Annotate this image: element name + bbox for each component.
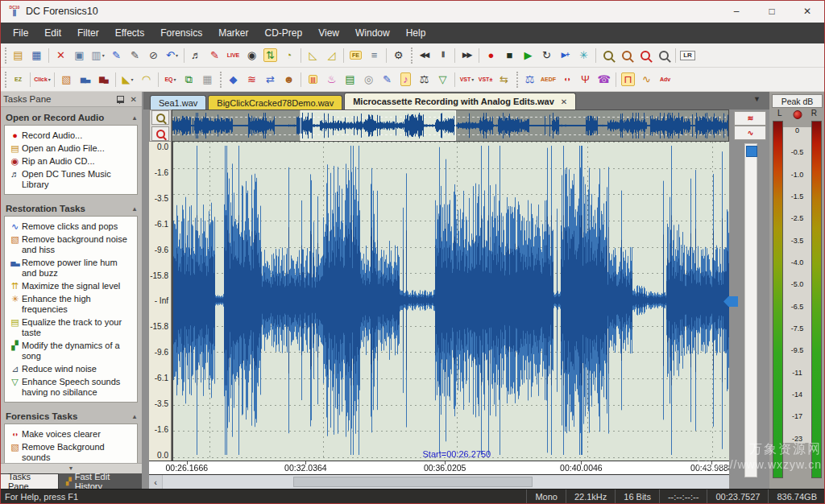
overview-canvas[interactable]	[172, 110, 728, 141]
ez-mode-icon[interactable]: EZ	[9, 70, 27, 89]
disc-icon[interactable]: ◉	[243, 46, 261, 65]
tab-close-icon[interactable]: ✕	[561, 97, 567, 106]
settings-gear-icon[interactable]: ⚙	[389, 46, 408, 65]
record-brush-icon[interactable]: ✎	[205, 46, 224, 65]
save-icon[interactable]: ▦	[27, 46, 46, 65]
fast-edit-icon[interactable]: FE	[346, 46, 365, 65]
diamond-filter-icon[interactable]: ◆	[224, 70, 243, 89]
task-remove-bg-sounds[interactable]: ▧Remove Background sounds	[6, 440, 135, 464]
zoom-in-icon[interactable]	[599, 46, 617, 65]
advanced-label[interactable]: Adv	[656, 70, 674, 89]
fade-in-icon[interactable]: ◺	[304, 46, 322, 65]
paste-icon[interactable]: ▥▾	[89, 46, 107, 65]
curve-icon[interactable]: ◠	[137, 70, 155, 89]
vst-manage-icon[interactable]: VST±	[476, 70, 495, 89]
task-wind-noise[interactable]: ⊿Reduce wind noise	[6, 362, 135, 375]
task-enhance-speech[interactable]: ▽Enhance Speech sounds having no sibilan…	[6, 375, 135, 399]
pane-close-icon[interactable]: ✕	[131, 95, 137, 104]
vertical-scrollbar[interactable]	[744, 143, 757, 477]
phone-icon[interactable]: ☎	[595, 70, 613, 89]
section-header-forensics[interactable]: Forensics Tasks ▴	[4, 410, 138, 423]
task-open-audio-file[interactable]: ▤Open an Audio File...	[6, 142, 135, 155]
section-header-open-record[interactable]: Open or Record Audio ▴	[4, 111, 138, 125]
zoom-selection-icon[interactable]	[617, 46, 636, 65]
zoom-vertical-icon[interactable]	[636, 46, 654, 65]
overview-zoom-in-button[interactable]	[151, 110, 169, 125]
pane-tab-tasks[interactable]: Tasks Pane	[0, 473, 59, 489]
pane-tab-fast-edit[interactable]: ▞Fast Edit History	[59, 473, 142, 489]
close-button[interactable]: ✕	[790, 0, 825, 23]
swap-channels-icon[interactable]: ⇄	[261, 70, 280, 89]
tab-sea1[interactable]: Sea1.wav	[150, 95, 206, 109]
record-icon[interactable]: ●	[482, 46, 500, 65]
section-header-restoration[interactable]: Restoration Tasks ▴	[4, 202, 138, 216]
picture-frame-icon[interactable]: ▤	[341, 70, 359, 89]
eq-icon[interactable]: EQ▾	[161, 70, 180, 89]
timer-icon[interactable]: ◔	[280, 46, 298, 65]
sparkle-brush-icon[interactable]: ✳	[574, 46, 593, 65]
scratch-filter-icon[interactable]: ≋	[243, 70, 261, 89]
forensics-scale-icon[interactable]: ⚖	[520, 70, 539, 89]
delete-icon[interactable]: ✕	[52, 46, 70, 65]
lr-channels-button[interactable]: LR	[678, 46, 697, 65]
task-rip-audio-cd[interactable]: ◉Rip an Audio CD...	[6, 155, 135, 167]
cd-icon[interactable]: ◎	[359, 70, 378, 89]
pulse-icon[interactable]: ⊓	[619, 70, 637, 89]
aedf-icon[interactable]: AEDF	[539, 70, 558, 89]
pin-icon[interactable]	[117, 96, 124, 103]
open-file-icon[interactable]: ▤	[9, 46, 27, 65]
minimize-button[interactable]: –	[719, 0, 754, 23]
maximize-button[interactable]: □	[754, 0, 790, 23]
undo-icon[interactable]: ↶▾	[163, 46, 181, 65]
menu-forensics[interactable]: Forensics	[152, 23, 210, 43]
marker-lines-button[interactable]: ≋	[734, 111, 766, 126]
hscroll-track[interactable]	[163, 475, 729, 489]
menu-file[interactable]: File	[5, 23, 36, 43]
copy-icon[interactable]: ▣	[70, 46, 89, 65]
tab-bigclick[interactable]: BigClickCracked78Demo.wav	[208, 95, 342, 109]
mute-icon[interactable]: ⊘	[144, 46, 163, 65]
scroll-left-arrow-icon[interactable]: ‹	[149, 475, 163, 489]
wave-shape-icon[interactable]: ∿	[637, 70, 656, 89]
mixer-icon[interactable]: ♨	[322, 70, 341, 89]
fade-out-icon[interactable]: ◿	[322, 46, 341, 65]
spectrum-bars-icon[interactable]: ▅▃	[76, 70, 94, 89]
note-box-icon[interactable]: ♪	[396, 70, 415, 89]
signal-boost-icon[interactable]: ⇅	[261, 46, 280, 65]
stop-icon[interactable]: ■	[500, 46, 519, 65]
multi-out-icon[interactable]: ⧉	[180, 70, 198, 89]
waveform-canvas[interactable]	[173, 142, 729, 459]
menu-effects[interactable]: Effects	[107, 23, 152, 43]
collapse-arrow-icon[interactable]: ▴	[133, 413, 136, 420]
menu-edit[interactable]: Edit	[36, 23, 69, 43]
task-remove-hum[interactable]: ▅▃Remove power line hum and buzz	[6, 256, 135, 279]
task-voices-clearer[interactable]: ◖◗Make voices clearer	[6, 428, 135, 440]
live-meter-icon[interactable]: LIVE	[224, 46, 243, 65]
rewind-icon[interactable]: ◀◀	[415, 46, 433, 65]
menu-cd-prep[interactable]: CD-Prep	[257, 23, 311, 43]
music-notes-icon[interactable]: ♬	[187, 46, 205, 65]
collapse-arrow-icon[interactable]: ▴	[133, 114, 136, 122]
fast-forward-icon[interactable]: ▶▶	[458, 46, 476, 65]
pause-icon[interactable]: Ⅱ	[433, 46, 452, 65]
frames-icon[interactable]: ≡	[365, 46, 383, 65]
collapse-arrow-icon[interactable]: ▴	[133, 205, 136, 213]
voice-print-icon[interactable]: ☻	[280, 70, 298, 89]
clip-indicator-icon[interactable]	[793, 110, 802, 119]
smart-edit-pencil-icon[interactable]: ✎	[107, 46, 126, 65]
fade-shape-icon[interactable]: ◣▾	[118, 70, 137, 89]
task-remove-clicks[interactable]: ∿Remove clicks and pops	[6, 220, 135, 233]
harmonic-bars-icon[interactable]: ▆▄	[94, 70, 113, 89]
menu-window[interactable]: Window	[347, 23, 398, 43]
paintbrush-icon[interactable]: ✎	[378, 70, 396, 89]
task-remove-noise[interactable]: ▧Remove background noise and hiss	[6, 233, 135, 256]
hscroll-thumb[interactable]	[293, 477, 533, 487]
speech-cone-icon[interactable]: ▽	[433, 70, 452, 89]
loop-icon[interactable]: ↻	[537, 46, 556, 65]
zoom-out-icon[interactable]	[654, 46, 673, 65]
balance-scale-icon[interactable]: ⚖	[415, 70, 433, 89]
tab-microcassette[interactable]: Microcassette Recording with Analog Edit…	[344, 93, 576, 109]
task-dynamics[interactable]: ▞Modify the dynamics of a song	[6, 339, 135, 362]
menu-view[interactable]: View	[310, 23, 347, 43]
pencil-icon[interactable]: ✎	[126, 46, 144, 65]
